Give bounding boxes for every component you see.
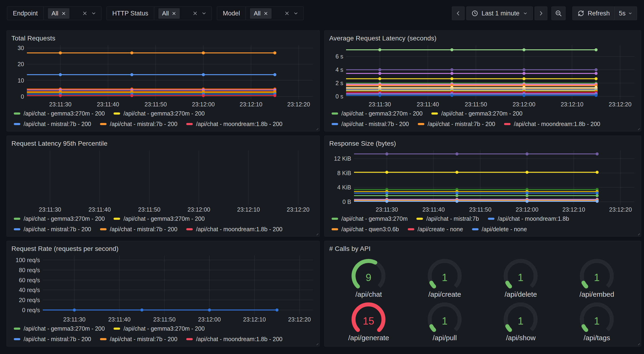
legend-series-label: /api/chat - gemma3:270m - 200 <box>342 110 422 117</box>
gauge-api-show: 1/api/show <box>483 298 559 342</box>
gauge-label: /api/generate <box>348 334 389 342</box>
gauge-value-arc <box>584 283 586 286</box>
gauge-value-arc <box>431 283 434 286</box>
legend-item[interactable]: /api/chat - gemma3:270m - 200 <box>332 110 422 117</box>
time-zoom-out-button[interactable] <box>552 7 566 20</box>
legend-item[interactable]: /api/chat - moondream:1.8b - 200 <box>186 336 282 342</box>
legend-item[interactable]: /api/chat - gemma3:270m - 200 <box>14 325 105 332</box>
legend-item[interactable]: /api/chat - mistral:7b <box>416 215 479 222</box>
legend-row: /api/chat - mistral:7b - 200/api/chat - … <box>14 224 315 234</box>
panel-resize-handle[interactable] <box>636 342 640 345</box>
panel-title[interactable]: Response Size (bytes) <box>329 139 636 148</box>
chevron-down-icon[interactable] <box>201 11 207 16</box>
time-series-chart[interactable]: 23:11:3023:11:4023:11:5023:12:0023:12:10… <box>12 148 315 213</box>
legend-item[interactable]: /api/chat - mistral:7b - 200 <box>100 121 177 127</box>
gauge-api-tags: 1/api/tags <box>559 298 635 342</box>
legend-item[interactable]: /api/chat - gemma3:270m - 200 <box>114 215 204 222</box>
legend-series-label: /api/chat - gemma3:270m - 200 <box>24 325 105 332</box>
chevron-down-icon[interactable] <box>293 11 299 16</box>
legend-item[interactable]: /api/chat - gemma3:270m - 200 <box>14 215 105 222</box>
time-range-picker[interactable]: Last 1 minute <box>466 7 533 20</box>
gauge-value: 9 <box>366 272 371 283</box>
gauge-api-embed: 1/api/embed <box>559 255 635 298</box>
x-axis-tick-label: 23:12:10 <box>237 206 260 213</box>
x-axis-tick-label: 23:12:10 <box>560 101 583 108</box>
legend-item[interactable]: /api/chat - mistral:7b - 200 <box>100 336 177 342</box>
series-point <box>385 194 388 197</box>
legend-series-label: /api/chat - mistral:7b - 200 <box>110 226 177 233</box>
legend-item[interactable]: /api/create - none <box>408 226 463 233</box>
panel-title[interactable]: # Calls by API <box>329 244 636 254</box>
series-point <box>594 48 598 51</box>
legend-item[interactable]: /api/chat - moondream:1.8b - 200 <box>186 226 282 233</box>
legend-item[interactable]: /api/chat - gemma3:270m - 200 <box>114 325 204 332</box>
panel-resize-handle[interactable] <box>636 127 640 130</box>
panel-title[interactable]: Request Latency 95th Percentile <box>12 139 315 148</box>
time-series-chart[interactable]: 23:11:3023:11:4023:11:5023:12:0023:12:10… <box>12 43 315 108</box>
series-point <box>522 68 526 71</box>
legend-item[interactable]: /api/chat - moondream:1.8b <box>488 215 569 222</box>
filter-model-select[interactable]: All <box>246 7 303 20</box>
clear-all-icon[interactable] <box>192 11 198 16</box>
panel-title[interactable]: Total Requests <box>12 34 315 43</box>
legend-item[interactable]: /api/chat - mistral:7b - 200 <box>332 121 409 127</box>
filter-http-status-chip[interactable]: All <box>158 8 180 19</box>
series-point <box>522 94 526 97</box>
legend-item[interactable]: /api/chat - mistral:7b - 200 <box>14 336 91 342</box>
x-axis-tick-label: 23:12:10 <box>243 316 266 323</box>
remove-value-icon[interactable] <box>263 11 268 16</box>
time-series-chart[interactable]: 23:11:3023:11:4023:11:5023:12:0023:12:10… <box>12 254 315 323</box>
legend-item[interactable]: /api/chat - gemma3:270m - 200 <box>114 110 204 117</box>
legend-item[interactable]: /api/chat - mistral:7b - 200 <box>418 121 495 127</box>
x-axis-tick-label: 23:11:50 <box>153 316 176 323</box>
time-series-chart[interactable]: 23:11:3023:11:4023:11:5023:12:0023:12:10… <box>329 43 636 108</box>
remove-value-icon[interactable] <box>61 11 66 16</box>
remove-value-icon[interactable] <box>172 11 176 16</box>
filter-model-chip[interactable]: All <box>250 8 272 19</box>
legend-item[interactable]: /api/delete - none <box>472 226 527 233</box>
y-axis-tick-label: 8 KiB <box>337 170 351 176</box>
legend-item[interactable]: /api/chat - mistral:7b - 200 <box>100 226 177 233</box>
legend-item[interactable]: /api/chat - moondream:1.8b - 200 <box>504 121 600 127</box>
panel-title[interactable]: Request Rate (requests per second) <box>12 244 315 254</box>
time-series-chart[interactable]: 23:11:3023:11:4023:11:5023:12:0023:12:10… <box>329 148 636 213</box>
time-shift-forward-button[interactable] <box>535 7 547 20</box>
chevron-down-icon[interactable] <box>91 11 96 16</box>
legend-item[interactable]: /api/chat - mistral:7b - 200 <box>14 121 91 127</box>
x-axis-tick-label: 23:12:10 <box>240 101 262 108</box>
filter-value-text: All <box>254 10 260 17</box>
panel-resize-handle[interactable] <box>315 232 318 235</box>
legend-item[interactable]: /api/chat - moondream:1.8b - 200 <box>186 121 282 127</box>
filter-endpoint-select[interactable]: All <box>44 7 101 20</box>
time-shift-back-button[interactable] <box>452 7 464 20</box>
panel-title[interactable]: Average Request Latency (seconds) <box>329 34 636 43</box>
panel-resize-handle[interactable] <box>315 127 318 130</box>
gauge-label: /api/chat <box>356 290 382 298</box>
legend-item[interactable]: /api/chat - gemma3:270m - 200 <box>14 110 105 117</box>
x-axis-tick-label: 23:12:00 <box>198 316 221 323</box>
y-axis-tick-label: 0 <box>21 93 24 100</box>
filter-endpoint-label: Endpoint <box>7 7 44 20</box>
legend-item[interactable]: /api/chat - gemma3:270m <box>332 215 408 222</box>
series-point <box>274 52 276 55</box>
series-point <box>450 68 453 71</box>
filter-http-status-select[interactable]: All <box>154 7 212 20</box>
legend-series-marker <box>332 113 338 115</box>
filter-endpoint: EndpointAll <box>7 7 102 20</box>
legend-series-label: /api/chat - moondream:1.8b <box>498 215 569 222</box>
clear-all-icon[interactable] <box>284 11 290 16</box>
panel-resize-handle[interactable] <box>315 342 318 345</box>
filter-endpoint-chip[interactable]: All <box>48 8 70 19</box>
refresh-interval-dropdown[interactable]: 5s <box>614 7 637 20</box>
clear-all-icon[interactable] <box>82 11 88 16</box>
panel-resize-handle[interactable] <box>636 232 640 235</box>
refresh-button[interactable]: Refresh <box>572 7 614 20</box>
chart-canvas: 23:11:3023:11:4023:11:5023:12:0023:12:10… <box>329 148 636 213</box>
series-point <box>385 171 388 174</box>
legend-item[interactable]: /api/chat - qwen3:0.6b <box>332 226 399 233</box>
legend-series-marker <box>100 228 106 230</box>
legend-item[interactable]: /api/chat - gemma3:270m - 200 <box>431 110 522 117</box>
legend-item[interactable]: /api/chat - mistral:7b - 200 <box>14 226 91 233</box>
series-point <box>274 94 276 97</box>
filter-value-text: All <box>162 10 169 17</box>
